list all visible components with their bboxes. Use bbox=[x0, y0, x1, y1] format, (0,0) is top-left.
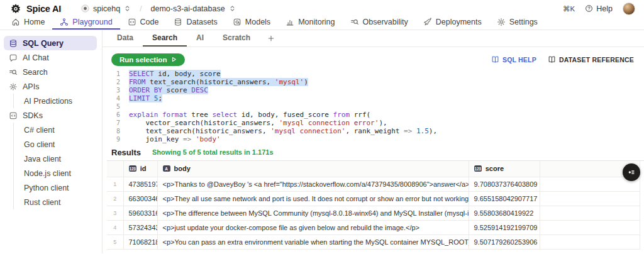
line-number: 6 bbox=[103, 111, 129, 119]
dataset-reference-label: DATASET REFERENCE bbox=[559, 56, 634, 64]
sidebar-item-ai-predictions[interactable]: AI Predictions bbox=[13, 94, 97, 108]
tab-search[interactable]: Search bbox=[143, 30, 187, 47]
code-line: 6explain format tree select id, body, fu… bbox=[103, 111, 644, 119]
nav-item-label: Settings bbox=[509, 18, 538, 26]
sidebar-item-java-client[interactable]: Java client bbox=[13, 152, 97, 166]
sidebar-item-go-client[interactable]: Go client bbox=[13, 137, 97, 152]
cell-id[interactable]: 66300346 bbox=[123, 191, 157, 206]
nav-item-settings[interactable]: Settings bbox=[489, 16, 545, 30]
sidebar-item-search[interactable]: Search bbox=[4, 65, 97, 79]
tab-data[interactable]: Data bbox=[108, 30, 143, 47]
cell-score[interactable]: 9.708037376403809 bbox=[469, 177, 540, 191]
sidebar-item-label: Go client bbox=[24, 140, 55, 149]
tab-label: Scratch bbox=[223, 33, 250, 42]
deployments-icon bbox=[423, 18, 432, 26]
nav-item-home[interactable]: Home bbox=[4, 16, 52, 30]
row-number-header bbox=[107, 161, 123, 177]
sidebar-item-label: Python client bbox=[24, 184, 69, 192]
nav-item-label: Monitoring bbox=[298, 18, 335, 26]
nav-item-code[interactable]: Code bbox=[120, 16, 167, 30]
book-icon bbox=[491, 55, 499, 64]
column-label: id bbox=[140, 165, 147, 172]
results-status: Showing 5 of 5 total results in 1.171s bbox=[152, 148, 274, 156]
cell-id[interactable]: 59603316 bbox=[123, 206, 157, 220]
cell-body[interactable]: <p>They all use same network and port is… bbox=[157, 191, 469, 206]
project-switcher[interactable]: demo-s3-ai-database bbox=[147, 3, 240, 14]
table-settings-button[interactable] bbox=[623, 163, 640, 181]
nav-item-datasets[interactable]: Datasets bbox=[166, 16, 225, 30]
cell-score[interactable]: 9.655158042907717 bbox=[469, 191, 540, 206]
user-avatar[interactable] bbox=[623, 3, 635, 15]
main-nav: HomePlaygroundCodeDatasetsModelsMonitori… bbox=[0, 16, 644, 30]
dataset-reference-link[interactable]: DATASET REFERENCE bbox=[548, 55, 634, 64]
brand-title: Spice AI bbox=[26, 4, 61, 14]
nav-item-deployments[interactable]: Deployments bbox=[416, 16, 489, 30]
sidebar-item-label: Node.js client bbox=[24, 169, 71, 178]
cell-body[interactable]: <p>Thanks to @DaveyBoy 's <a href="https… bbox=[157, 177, 469, 191]
table-row: 147385197<p>Thanks to @DaveyBoy 's <a hr… bbox=[107, 177, 640, 191]
tab-label: Data bbox=[117, 33, 133, 42]
line-number: 9 bbox=[103, 135, 129, 143]
cell-body[interactable]: <p>The difference between MySQL Communit… bbox=[157, 206, 469, 220]
column-type-badge: A bbox=[163, 165, 170, 172]
nav-item-monitoring[interactable]: Monitoring bbox=[278, 16, 342, 30]
results-table-container: 123idAbody123score 147385197<p>Thanks to… bbox=[107, 160, 644, 250]
column-header-score[interactable]: 123score bbox=[469, 161, 540, 177]
run-selection-label: Run selection bbox=[119, 56, 167, 64]
sidebar: SQL QueryAI ChatSearchAPIsAI Predictions… bbox=[0, 30, 103, 253]
sidebar-item-python-client[interactable]: Python client bbox=[13, 180, 97, 195]
column-label: body bbox=[174, 165, 191, 172]
cell-score[interactable]: 9.55803680419922 bbox=[469, 206, 540, 220]
sql-editor[interactable]: 1SELECT id, body, score2FROM text_search… bbox=[103, 68, 644, 144]
cell-id[interactable]: 47385197 bbox=[123, 177, 157, 191]
column-header-id[interactable]: 123id bbox=[123, 161, 157, 177]
sidebar-item-ai-chat[interactable]: AI Chat bbox=[4, 50, 97, 65]
sidebar-item-label: C# client bbox=[24, 126, 55, 135]
line-number: 1 bbox=[103, 70, 129, 78]
run-selection-button[interactable]: Run selection bbox=[111, 53, 185, 66]
results-title: Results bbox=[111, 148, 141, 157]
sql-help-link[interactable]: SQL HELP bbox=[491, 55, 536, 64]
cell-id[interactable]: 71068218 bbox=[123, 235, 157, 249]
home-icon bbox=[11, 18, 20, 26]
help-button[interactable]: Help bbox=[585, 4, 613, 13]
help-icon bbox=[585, 4, 593, 13]
cell-score[interactable]: 9.507179260253906 bbox=[469, 235, 540, 249]
table-row: 571068218<p>You can pass an extra enviro… bbox=[107, 235, 640, 249]
sdk-icon bbox=[9, 111, 18, 120]
new-tab-button[interactable] bbox=[260, 30, 282, 47]
sidebar-item-sdks[interactable]: SDKs bbox=[4, 108, 97, 123]
sidebar-item-label: Search bbox=[23, 68, 48, 77]
sidebar-item-label: SDKs bbox=[23, 111, 43, 120]
sidebar-item-c-client[interactable]: C# client bbox=[13, 123, 97, 137]
sidebar-item-rust-client[interactable]: Rust client bbox=[13, 195, 97, 209]
tab-scratch[interactable]: Scratch bbox=[213, 30, 260, 47]
table-row: 457324343<p>just update your docker-comp… bbox=[107, 220, 640, 235]
cell-body[interactable]: <p>You can pass an extra environment var… bbox=[157, 235, 469, 249]
cell-body[interactable]: <p>just update your docker-compose file … bbox=[157, 220, 469, 235]
cell-filler bbox=[540, 191, 640, 206]
topbar: Spice AI spicehq / demo-s3-ai-database ⌘… bbox=[0, 0, 644, 16]
nav-item-playground[interactable]: Playground bbox=[52, 16, 119, 30]
nav-item-models[interactable]: Models bbox=[225, 16, 278, 30]
cell-score[interactable]: 9.525914192199709 bbox=[469, 220, 540, 235]
cell-id[interactable]: 57324343 bbox=[123, 220, 157, 235]
help-label: Help bbox=[596, 4, 613, 13]
sidebar-item-node-js-client[interactable]: Node.js client bbox=[13, 166, 97, 180]
line-number: 4 bbox=[103, 94, 129, 102]
query-tabbar: DataSearchAIScratch bbox=[103, 30, 644, 47]
sidebar-item-sql-query[interactable]: SQL Query bbox=[4, 36, 97, 50]
api-icon bbox=[9, 82, 18, 91]
nav-item-observability[interactable]: Observability bbox=[343, 16, 416, 30]
sidebar-item-label: Rust client bbox=[24, 198, 60, 207]
org-switcher[interactable]: spicehq bbox=[77, 3, 135, 14]
spice-logo-icon bbox=[10, 3, 21, 14]
tab-ai[interactable]: AI bbox=[187, 30, 213, 47]
sidebar-item-apis[interactable]: APIs bbox=[4, 79, 97, 94]
command-k-shortcut[interactable]: ⌘K bbox=[563, 4, 575, 13]
sidebar-item-label: SQL Query bbox=[23, 39, 64, 48]
monitoring-icon bbox=[286, 18, 294, 26]
code-line: 4LIMIT 5; bbox=[103, 94, 644, 102]
column-header-body[interactable]: Abody bbox=[157, 161, 469, 177]
results-table: 123idAbody123score 147385197<p>Thanks to… bbox=[107, 161, 640, 250]
